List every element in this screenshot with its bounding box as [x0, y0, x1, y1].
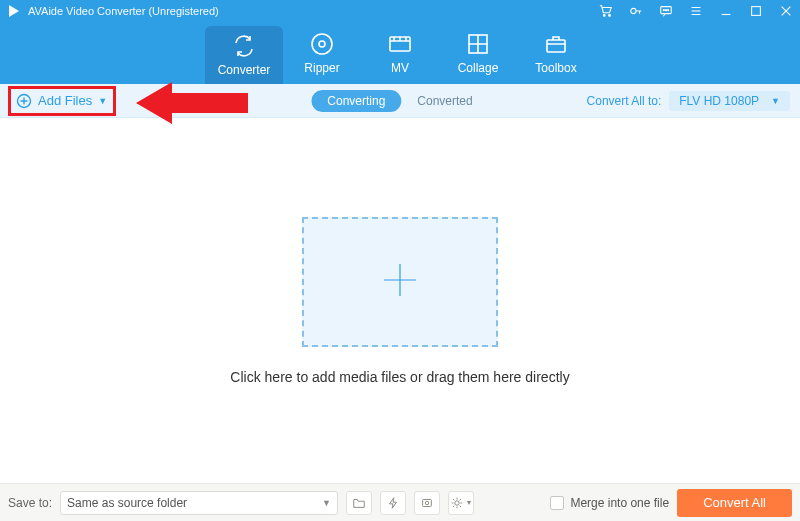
plus-icon — [380, 260, 420, 303]
svg-rect-8 — [752, 7, 761, 16]
footer: Save to: Same as source folder ▼ ▼ Merge… — [0, 483, 800, 521]
titlebar: AVAide Video Converter (Unregistered) — [0, 0, 800, 22]
svg-rect-15 — [423, 499, 432, 506]
output-format-select[interactable]: FLV HD 1080P ▼ — [669, 91, 790, 111]
minimize-icon[interactable] — [718, 3, 734, 19]
convert-all-to-label: Convert All to: — [587, 94, 662, 108]
nav-label: Toolbox — [535, 61, 576, 75]
save-to-select[interactable]: Same as source folder ▼ — [60, 491, 338, 515]
add-files-button[interactable]: Add Files ▼ — [0, 84, 119, 117]
converter-icon — [231, 33, 257, 59]
svg-point-3 — [631, 8, 636, 13]
convert-all-button[interactable]: Convert All — [677, 489, 792, 517]
tab-toolbox[interactable]: Toolbox — [517, 22, 595, 84]
chevron-down-icon: ▼ — [771, 96, 780, 106]
chevron-down-icon: ▼ — [98, 96, 107, 106]
convert-all-to: Convert All to: FLV HD 1080P ▼ — [587, 91, 800, 111]
tab-converter[interactable]: Converter — [205, 26, 283, 84]
seg-converting[interactable]: Converting — [311, 90, 401, 112]
svg-point-9 — [312, 34, 332, 54]
svg-point-6 — [665, 10, 666, 11]
svg-point-5 — [663, 10, 664, 11]
seg-converted[interactable]: Converted — [401, 90, 488, 112]
maximize-icon[interactable] — [748, 3, 764, 19]
close-icon[interactable] — [778, 3, 794, 19]
drop-zone[interactable] — [302, 217, 498, 347]
svg-point-17 — [454, 500, 458, 504]
status-segmented: Converting Converted — [311, 90, 488, 112]
plus-circle-icon — [16, 93, 32, 109]
tab-mv[interactable]: MV — [361, 22, 439, 84]
svg-point-1 — [603, 15, 605, 17]
drop-hint-text: Click here to add media files or drag th… — [230, 369, 569, 385]
svg-marker-0 — [9, 5, 19, 17]
main-area: Click here to add media files or drag th… — [0, 118, 800, 483]
key-icon[interactable] — [628, 3, 644, 19]
speed-button[interactable] — [380, 491, 406, 515]
output-format-value: FLV HD 1080P — [679, 94, 759, 108]
toolbar: Add Files ▼ Converting Converted Convert… — [0, 84, 800, 118]
mv-icon — [387, 31, 413, 57]
save-to-value: Same as source folder — [67, 496, 322, 510]
merge-label: Merge into one file — [570, 496, 669, 510]
gpu-button[interactable] — [414, 491, 440, 515]
collage-icon — [465, 31, 491, 57]
nav-label: Ripper — [304, 61, 339, 75]
chevron-down-icon: ▼ — [466, 499, 473, 506]
nav-label: Collage — [458, 61, 499, 75]
tab-ripper[interactable]: Ripper — [283, 22, 361, 84]
save-to-label: Save to: — [8, 496, 52, 510]
nav-label: Converter — [218, 63, 271, 77]
ripper-icon — [309, 31, 335, 57]
window-controls — [598, 3, 794, 19]
toolbox-icon — [543, 31, 569, 57]
svg-point-7 — [668, 10, 669, 11]
merge-checkbox[interactable]: Merge into one file — [550, 496, 669, 510]
add-files-label: Add Files — [38, 93, 92, 108]
app-logo-icon — [6, 3, 22, 19]
feedback-icon[interactable] — [658, 3, 674, 19]
settings-button[interactable]: ▼ — [448, 491, 474, 515]
cart-icon[interactable] — [598, 3, 614, 19]
svg-point-16 — [425, 501, 429, 505]
chevron-down-icon: ▼ — [322, 498, 331, 508]
window-title: AVAide Video Converter (Unregistered) — [28, 5, 598, 17]
menu-icon[interactable] — [688, 3, 704, 19]
nav-label: MV — [391, 61, 409, 75]
main-nav: Converter Ripper MV Collage Toolbox — [0, 22, 800, 84]
checkbox-icon — [550, 496, 564, 510]
open-folder-button[interactable] — [346, 491, 372, 515]
svg-point-10 — [319, 41, 325, 47]
svg-point-2 — [609, 15, 611, 17]
svg-rect-13 — [547, 40, 565, 52]
tab-collage[interactable]: Collage — [439, 22, 517, 84]
